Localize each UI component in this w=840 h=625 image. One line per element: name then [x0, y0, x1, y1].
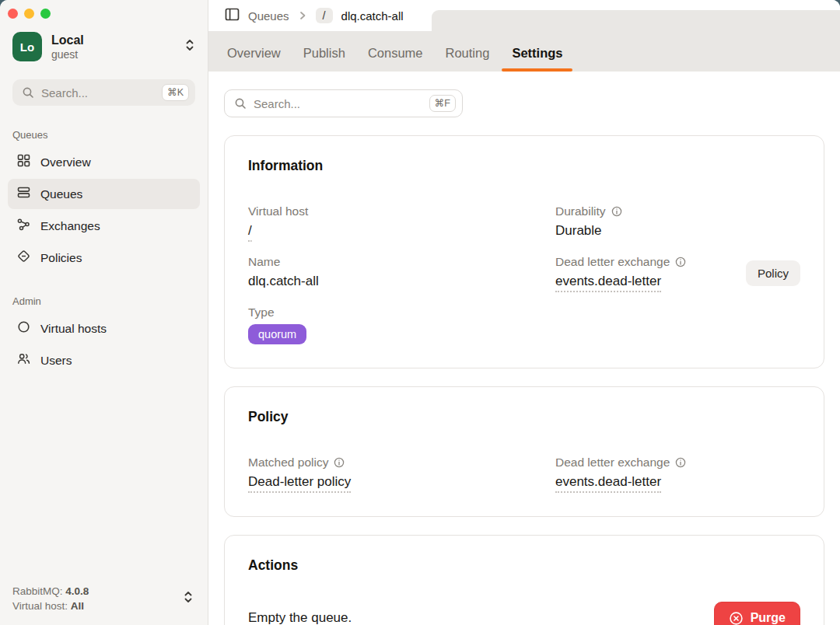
- tab-overview[interactable]: Overview: [227, 46, 281, 72]
- purge-action-row: Empty the queue. Purge: [248, 602, 800, 625]
- info-icon: [675, 457, 686, 468]
- sidebar-item-exchanges[interactable]: Exchanges: [8, 211, 200, 241]
- sidebar-item-label: Queues: [40, 187, 82, 201]
- sidebar-search-input[interactable]: [41, 86, 155, 100]
- tab-label: Publish: [303, 46, 345, 60]
- field-matched-policy: Matched policy Dead-letter policy: [248, 455, 532, 493]
- field-durability: Durability Durable: [555, 204, 800, 242]
- sidebar-toggle-icon[interactable]: [225, 8, 240, 24]
- active-tab-indicator: [502, 68, 572, 72]
- chevron-right-icon: [298, 11, 307, 20]
- actions-card: Actions Empty the queue. Purge: [224, 535, 824, 625]
- dead-letter-exchange-link[interactable]: events.dead-letter: [555, 473, 661, 493]
- vhost-filter: Virtual host: All: [12, 599, 89, 613]
- matched-policy-link[interactable]: Dead-letter policy: [248, 473, 351, 493]
- field-type: Type quorum: [248, 305, 532, 344]
- tab-label: Settings: [512, 46, 562, 60]
- policy-card: Policy Matched policy Dead-letter policy…: [224, 386, 824, 517]
- main-header: Queues / dlq.catch-all Overview Publish …: [208, 0, 840, 72]
- tab-label: Overview: [227, 46, 281, 60]
- breadcrumb: Queues / dlq.catch-all: [208, 0, 840, 31]
- dashboard-grid-icon: [17, 154, 30, 170]
- info-icon: [675, 257, 686, 267]
- card-title: Information: [248, 158, 800, 174]
- info-icon: [334, 457, 345, 468]
- connection-user: guest: [51, 47, 84, 61]
- card-title: Actions: [248, 557, 800, 574]
- policy-button[interactable]: Policy: [746, 260, 800, 286]
- tab-label: Consume: [368, 46, 423, 60]
- sidebar-item-label: Policies: [40, 251, 82, 265]
- tab-consume[interactable]: Consume: [368, 46, 423, 72]
- tab-bar: Overview Publish Consume Routing Setting…: [208, 31, 840, 72]
- breadcrumb-current-queue: dlq.catch-all: [341, 9, 404, 23]
- search-icon: [22, 86, 34, 99]
- minimize-window-button[interactable]: [24, 9, 34, 19]
- breadcrumb-vhost[interactable]: /: [316, 8, 333, 23]
- circle-x-icon: [729, 611, 744, 625]
- chevron-up-down-icon: [184, 38, 195, 55]
- sidebar-section-admin: Admin: [12, 295, 195, 307]
- sidebar-item-virtual-hosts[interactable]: Virtual hosts: [8, 313, 200, 344]
- window-controls: [0, 0, 208, 19]
- vhost-switcher-chevron-icon[interactable]: [183, 590, 194, 607]
- sidebar-item-queues[interactable]: Queues: [8, 179, 200, 209]
- tab-routing[interactable]: Routing: [446, 46, 490, 72]
- field-dead-letter-exchange: Dead letter exchange events.dead-letter …: [555, 254, 800, 292]
- sidebar-item-users[interactable]: Users: [8, 345, 200, 375]
- sidebar-footer: RabbitMQ: 4.0.8 Virtual host: All: [0, 584, 208, 625]
- search-icon: [234, 97, 247, 110]
- stacked-rows-icon: [17, 186, 30, 202]
- field-dead-letter-exchange: Dead letter exchange events.dead-letter: [555, 455, 800, 493]
- queue-type-badge: quorum: [248, 324, 306, 344]
- sidebar-item-overview[interactable]: Overview: [8, 147, 200, 177]
- share-network-icon: [17, 218, 30, 234]
- purge-description: Empty the queue.: [248, 610, 352, 625]
- purge-button-label: Purge: [751, 611, 786, 625]
- settings-content: ⌘F Information Virtual host / Durability: [208, 72, 840, 625]
- field-name: Name dlq.catch-all: [248, 254, 532, 292]
- app-window: Lo Local guest ⌘K Queues Overview: [0, 0, 840, 625]
- zoom-window-button[interactable]: [40, 9, 51, 19]
- info-icon: [611, 206, 622, 217]
- main-panel: Queues / dlq.catch-all Overview Publish …: [208, 0, 840, 625]
- tab-settings[interactable]: Settings: [512, 46, 562, 72]
- connection-switcher[interactable]: Lo Local guest: [12, 32, 195, 61]
- tab-publish[interactable]: Publish: [303, 46, 345, 72]
- sidebar-search-shortcut: ⌘K: [162, 84, 189, 101]
- settings-search-shortcut: ⌘F: [429, 95, 456, 112]
- sidebar: Lo Local guest ⌘K Queues Overview: [0, 0, 208, 625]
- breadcrumb-queues[interactable]: Queues: [248, 9, 289, 23]
- information-card: Information Virtual host / Durability Du…: [224, 135, 824, 368]
- settings-search[interactable]: ⌘F: [224, 89, 463, 117]
- connection-avatar: Lo: [12, 32, 42, 61]
- dead-letter-exchange-link[interactable]: events.dead-letter: [555, 272, 661, 292]
- sidebar-item-label: Exchanges: [40, 219, 100, 233]
- card-title: Policy: [248, 409, 800, 425]
- sidebar-item-label: Virtual hosts: [40, 322, 107, 336]
- tab-label: Routing: [446, 46, 490, 60]
- settings-search-input[interactable]: [254, 97, 422, 110]
- sidebar-search[interactable]: ⌘K: [12, 79, 195, 106]
- users-icon: [17, 352, 30, 368]
- purge-button[interactable]: Purge: [714, 602, 800, 625]
- diamond-icon: [17, 250, 30, 266]
- sidebar-section-queues: Queues: [12, 129, 195, 141]
- circle-outline-icon: [17, 320, 30, 337]
- virtual-host-link[interactable]: /: [248, 222, 252, 242]
- field-virtual-host: Virtual host /: [248, 204, 532, 242]
- connection-name: Local: [51, 33, 84, 47]
- sidebar-item-label: Users: [40, 354, 72, 368]
- close-window-button[interactable]: [8, 9, 18, 19]
- rabbitmq-version: RabbitMQ: 4.0.8: [12, 584, 89, 599]
- sidebar-item-label: Overview: [40, 155, 91, 169]
- sidebar-item-policies[interactable]: Policies: [8, 243, 200, 273]
